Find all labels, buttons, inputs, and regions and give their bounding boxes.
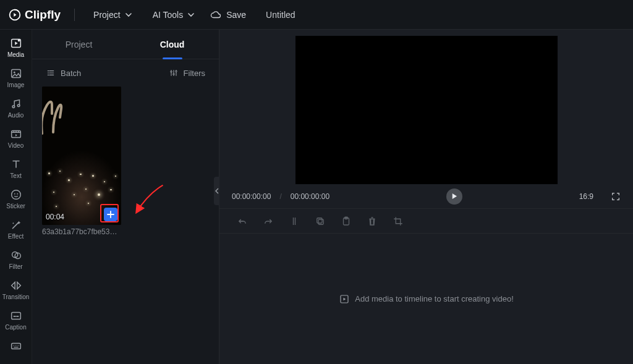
rail-label: Audio <box>8 112 24 119</box>
aspect-ratio[interactable]: 16:9 <box>579 192 593 201</box>
tab-label: Cloud <box>160 40 185 49</box>
svg-rect-20 <box>317 218 322 222</box>
cloud-icon <box>210 9 221 20</box>
batch-label: Batch <box>61 69 81 78</box>
timeline-area[interactable]: Add media to timeline to start creating … <box>219 234 633 364</box>
tab-cloud[interactable]: Cloud <box>125 30 219 59</box>
play-icon <box>451 193 457 200</box>
thumbnail-filename: 63a3b1a77bc7fbe53dc13… <box>42 227 121 236</box>
rail-caption[interactable]: Caption <box>0 305 32 335</box>
media-thumbnail[interactable]: 00:04 <box>42 87 121 225</box>
play-button[interactable] <box>446 188 462 205</box>
svg-point-10 <box>17 193 18 195</box>
batch-button[interactable]: Batch <box>46 68 81 78</box>
svg-point-18 <box>175 70 176 72</box>
workspace: 00:00:00:00 / 00:00:00:00 16:9 Add media… <box>219 30 633 364</box>
crop-button[interactable] <box>393 216 404 227</box>
rail-sticker[interactable]: Sticker <box>0 184 32 214</box>
rail-video[interactable]: Video <box>0 123 32 153</box>
svg-rect-14 <box>11 313 20 320</box>
redo-button[interactable] <box>263 216 274 227</box>
rail-label: Caption <box>5 324 26 331</box>
svg-point-8 <box>11 190 20 200</box>
project-menu-label: Project <box>93 10 121 20</box>
rail-label: Sticker <box>6 203 25 210</box>
keyboard-icon <box>9 339 23 353</box>
aitools-menu-label: AI Tools <box>153 10 184 20</box>
project-menu[interactable]: Project <box>88 6 137 23</box>
svg-point-4 <box>13 72 15 74</box>
rail-audio[interactable]: Audio <box>0 93 32 123</box>
rail-keyboard[interactable] <box>0 335 32 357</box>
text-icon <box>9 158 23 171</box>
media-icon <box>9 36 23 50</box>
raised-hands-shape <box>42 96 63 140</box>
left-rail: Media Image Audio Video Text Sticker Eff… <box>0 30 32 364</box>
rail-media[interactable]: Media <box>0 32 32 62</box>
clipfly-icon <box>9 9 21 21</box>
tab-project[interactable]: Project <box>32 30 125 59</box>
rail-label: Effect <box>8 234 23 240</box>
rail-label: Text <box>10 173 21 179</box>
plus-icon <box>107 211 114 218</box>
svg-rect-19 <box>318 219 323 224</box>
svg-rect-15 <box>11 343 20 349</box>
video-preview[interactable] <box>295 36 558 184</box>
copy-button[interactable] <box>315 216 326 227</box>
rail-text[interactable]: Text <box>0 153 32 184</box>
rail-filter[interactable]: Filter <box>0 244 32 274</box>
brand-logo[interactable]: Clipfly <box>9 8 61 22</box>
image-icon <box>9 67 23 80</box>
rail-label: Transition <box>2 294 30 300</box>
time-separator: / <box>279 192 281 201</box>
panel-collapse-handle[interactable] <box>214 177 219 205</box>
document-title[interactable]: Untitled <box>266 10 295 20</box>
divider <box>74 9 75 21</box>
video-icon <box>9 127 23 141</box>
chevron-down-icon <box>125 12 132 18</box>
filters-label: Filters <box>184 69 205 78</box>
rail-label: Video <box>8 143 23 149</box>
save-button[interactable]: Save <box>210 9 246 20</box>
tab-label: Project <box>66 40 93 49</box>
svg-point-5 <box>12 106 15 108</box>
filter-icon <box>9 248 23 262</box>
svg-point-17 <box>172 74 174 75</box>
player-bar: 00:00:00:00 / 00:00:00:00 16:9 <box>219 184 633 209</box>
rail-image[interactable]: Image <box>0 62 32 93</box>
rail-label: Media <box>7 52 24 58</box>
brand-name: Clipfly <box>25 8 61 22</box>
svg-point-2 <box>17 40 20 42</box>
current-time: 00:00:00:00 <box>232 192 271 201</box>
rail-transition[interactable]: Transition <box>0 274 32 305</box>
filters-button[interactable]: Filters <box>169 68 205 78</box>
aitools-menu[interactable]: AI Tools <box>148 6 200 23</box>
sticker-icon <box>9 188 23 201</box>
delete-button[interactable] <box>367 216 378 227</box>
svg-point-11 <box>12 222 14 224</box>
list-icon <box>46 68 56 78</box>
chevron-left-icon <box>215 188 219 194</box>
timeline-hint: Add media to timeline to start creating … <box>355 294 514 303</box>
caption-icon <box>9 309 23 323</box>
total-time: 00:00:00:00 <box>291 192 329 201</box>
add-to-timeline-button[interactable] <box>104 208 117 221</box>
rail-label: Filter <box>9 264 22 270</box>
media-panel: Project Cloud Batch Filters <box>32 30 219 364</box>
split-button[interactable] <box>289 216 300 227</box>
thumbnail-duration: 00:04 <box>46 213 64 221</box>
timeline-toolbar <box>219 209 633 234</box>
audio-icon <box>9 97 23 111</box>
rail-label: Image <box>7 82 25 88</box>
svg-point-6 <box>17 104 20 107</box>
paste-button[interactable] <box>341 216 352 227</box>
svg-point-16 <box>170 71 171 72</box>
chevron-down-icon <box>188 12 194 18</box>
thumbnail-image <box>42 87 121 225</box>
sliders-icon <box>169 68 179 78</box>
fullscreen-icon[interactable] <box>611 192 621 201</box>
play-outline-icon <box>339 294 350 305</box>
rail-effect[interactable]: Effect <box>0 214 32 244</box>
undo-button[interactable] <box>237 216 248 227</box>
effect-icon <box>9 218 23 232</box>
